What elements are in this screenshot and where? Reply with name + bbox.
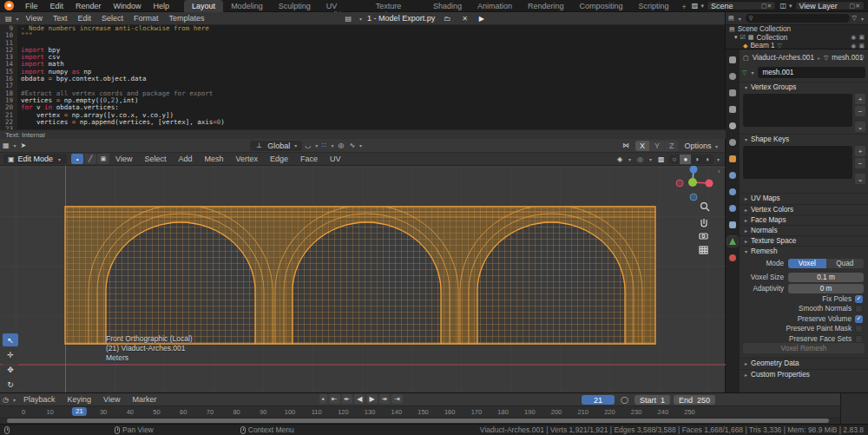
preserve-paint-mask-checkbox[interactable] bbox=[855, 325, 863, 333]
show-gizmo-icon[interactable]: ◈ bbox=[615, 155, 625, 163]
editor-type-icon[interactable]: ▦ bbox=[0, 142, 12, 149]
section-vertex-colors[interactable]: ▸Vertex Colors bbox=[740, 204, 868, 214]
wireframe-shading-icon[interactable]: ○ bbox=[669, 155, 681, 164]
face-select-icon[interactable]: ▣ bbox=[97, 154, 109, 164]
auto-key-icon[interactable]: ▪ bbox=[319, 394, 327, 404]
solid-shading-icon[interactable]: ● bbox=[680, 155, 691, 164]
expand-icon[interactable]: ▾ bbox=[734, 34, 738, 41]
active-tool-icon[interactable]: ➤ bbox=[18, 142, 30, 149]
material-shading-icon[interactable]: ◑ bbox=[691, 155, 702, 164]
workspace-tab-texture-paint[interactable]: Texture Paint bbox=[368, 0, 425, 12]
workspace-tab-animation[interactable]: Animation bbox=[470, 0, 520, 12]
section-normals[interactable]: ▸Normals bbox=[740, 225, 868, 235]
section-remesh[interactable]: ▾Remesh bbox=[740, 246, 868, 256]
workspace-tab-modeling[interactable]: Modeling bbox=[223, 0, 271, 12]
preserve-volume-checkbox[interactable]: ✓ bbox=[855, 315, 863, 323]
constraints-tab-icon[interactable] bbox=[727, 220, 738, 230]
overlays-icon[interactable]: ◎ bbox=[635, 155, 646, 163]
eye-icon[interactable]: ◉ bbox=[851, 43, 856, 49]
filter-funnel-icon[interactable]: ▽ bbox=[852, 15, 857, 22]
play-reverse-icon[interactable]: ◀ bbox=[354, 394, 365, 404]
breadcrumb-object[interactable]: Viaduct-Arches.001 bbox=[753, 54, 814, 62]
next-keyframe-icon[interactable]: ↠ bbox=[379, 394, 391, 404]
text-datablock-name[interactable]: 1 - Model Export.py bbox=[367, 14, 435, 23]
text-menu-templates[interactable]: Templates bbox=[164, 14, 210, 23]
section-vertex-groups[interactable]: ▾Vertex Groups bbox=[740, 82, 868, 92]
remove-shape-key-button[interactable]: − bbox=[855, 158, 865, 168]
menu-file[interactable]: File bbox=[19, 2, 44, 10]
viewport-menu-mesh[interactable]: Mesh bbox=[199, 155, 230, 163]
fix-poles-checkbox[interactable]: ✓ bbox=[855, 295, 863, 303]
viewport-menu-add[interactable]: Add bbox=[172, 155, 198, 163]
outliner-row-collection[interactable]: ▾ ☑ ▩ Collection ◉ ▣ bbox=[726, 34, 868, 43]
quad-mode-button[interactable]: Quad bbox=[826, 259, 865, 268]
code-area[interactable]: 9- Node numbers increase anti-clockwise … bbox=[0, 25, 726, 129]
section-texture-space[interactable]: ▸Texture Space bbox=[740, 235, 868, 246]
section-face-maps[interactable]: ▸Face Maps bbox=[740, 214, 868, 225]
jump-start-icon[interactable]: ⇤ bbox=[329, 394, 340, 404]
jump-end-icon[interactable]: ⇥ bbox=[391, 394, 403, 404]
sidebar-collapse-icon[interactable]: ‹ bbox=[718, 168, 720, 175]
material-tab-icon[interactable] bbox=[727, 253, 738, 263]
outliner-search-input[interactable]: ⚲ bbox=[746, 14, 850, 23]
voxel-remesh-button[interactable]: Voxel Remesh bbox=[743, 343, 865, 353]
add-shape-key-button[interactable]: + bbox=[855, 146, 865, 156]
new-view-layer-icon[interactable]: ▢ bbox=[850, 3, 856, 10]
viewport-menu-vertex[interactable]: Vertex bbox=[230, 155, 265, 163]
playhead-frame-badge[interactable]: 21 bbox=[72, 407, 86, 416]
workspace-tab-uv-editing[interactable]: UV Editing bbox=[319, 0, 368, 12]
menu-window[interactable]: Window bbox=[108, 2, 148, 10]
pivot-point-icon[interactable]: ∷ bbox=[319, 142, 329, 149]
workspace-tab-rendering[interactable]: Rendering bbox=[520, 0, 572, 12]
timeline-menu-keying[interactable]: Keying bbox=[62, 395, 98, 404]
view-layer-tab-icon[interactable] bbox=[727, 104, 738, 115]
menu-edit[interactable]: Edit bbox=[44, 2, 70, 10]
section-geometry-data[interactable]: ▸Geometry Data bbox=[740, 358, 868, 368]
adaptivity-field[interactable]: 0 m bbox=[788, 284, 864, 293]
section-uv-maps[interactable]: ▸UV Maps bbox=[740, 193, 868, 203]
world-tab-icon[interactable] bbox=[727, 137, 738, 148]
eye-icon[interactable]: ◉ bbox=[851, 34, 856, 41]
timeline-ruler[interactable]: 0103040506070809010011012013014015016017… bbox=[0, 406, 840, 419]
workspace-tab-shading[interactable]: Shading bbox=[425, 0, 470, 12]
unlink-text-icon[interactable]: ✕ bbox=[457, 15, 470, 23]
object-data-tab-icon[interactable] bbox=[727, 236, 738, 247]
text-menu-edit[interactable]: Edit bbox=[72, 14, 96, 23]
viewport-menu-select[interactable]: Select bbox=[138, 155, 172, 163]
viewport-canvas[interactable]: ‹ Front Orthographic (Local) (21) Viaduc… bbox=[0, 166, 726, 392]
outliner-row-scene-collection[interactable]: ▤ Scene Collection bbox=[726, 25, 868, 34]
mirror-z-toggle[interactable]: Z bbox=[665, 141, 680, 151]
move-tool[interactable]: ✥ bbox=[3, 363, 18, 376]
frame-start-field[interactable]: Start 1 bbox=[635, 395, 670, 405]
workspace-tab-scripting[interactable]: Scripting bbox=[631, 0, 677, 12]
vertex-select-icon[interactable]: • bbox=[71, 154, 83, 164]
mode-dropdown[interactable]: ▣ Edit Mode ▾ bbox=[3, 154, 67, 164]
falloff-icon[interactable]: ∿ bbox=[346, 142, 358, 149]
output-tab-icon[interactable] bbox=[727, 88, 738, 98]
vertex-groups-list[interactable] bbox=[743, 94, 852, 127]
text-menu-format[interactable]: Format bbox=[128, 14, 164, 23]
physics-tab-icon[interactable] bbox=[727, 203, 738, 214]
xray-toggle-icon[interactable]: ▩ bbox=[655, 155, 667, 163]
view-layer-selector[interactable]: ◫ ▾ View Layer ▢ ✕ bbox=[779, 1, 865, 10]
shape-keys-list[interactable] bbox=[743, 146, 852, 179]
pin-icon[interactable]: ⚲ bbox=[859, 54, 865, 62]
cursor-tool[interactable]: ✛ bbox=[3, 348, 18, 361]
frame-end-field[interactable]: End 250 bbox=[674, 395, 715, 405]
remove-vertex-group-button[interactable]: − bbox=[855, 106, 865, 116]
snap-magnet-icon[interactable]: ◡ bbox=[302, 142, 313, 149]
mesh-name-field[interactable]: mesh.001 bbox=[758, 67, 865, 78]
rendered-shading-icon[interactable]: ◐ bbox=[702, 155, 713, 164]
menu-help[interactable]: Help bbox=[148, 2, 176, 10]
menu-render[interactable]: Render bbox=[69, 2, 108, 10]
viewport-menu-view[interactable]: View bbox=[109, 155, 138, 163]
section-shape-keys[interactable]: ▾Shape Keys bbox=[740, 134, 868, 144]
text-menu-text[interactable]: Text bbox=[48, 14, 73, 23]
breadcrumb-data[interactable]: mesh.001 bbox=[832, 54, 863, 62]
workspace-tab-layout[interactable]: Layout bbox=[184, 0, 223, 12]
render-tab-icon[interactable] bbox=[727, 71, 738, 82]
blender-logo-icon[interactable] bbox=[4, 1, 14, 10]
viewport-menu-uv[interactable]: UV bbox=[324, 155, 347, 163]
open-text-icon[interactable]: 🗀 bbox=[438, 15, 453, 23]
shape-key-specials-icon[interactable]: ⌄ bbox=[855, 174, 865, 184]
